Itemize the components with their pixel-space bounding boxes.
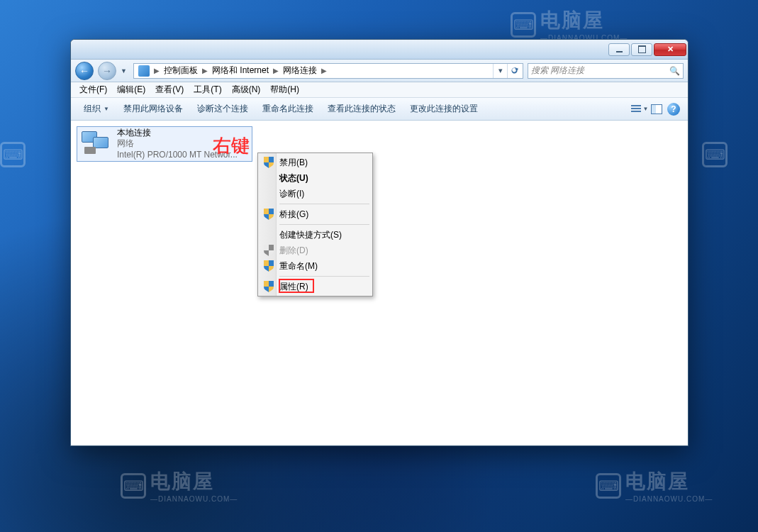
annotation-right-click: 右键: [213, 133, 250, 158]
command-bar: 组织 ▼ 禁用此网络设备 诊断这个连接 重命名此连接 查看此连接的状态 更改此连…: [71, 98, 688, 121]
shield-icon: [264, 157, 274, 168]
ctx-status[interactable]: 状态(U): [260, 170, 371, 186]
menu-advanced[interactable]: 高级(N): [228, 82, 265, 97]
preview-pane-button[interactable]: [650, 102, 664, 116]
ctx-create-shortcut[interactable]: 创建快捷方式(S): [260, 227, 371, 243]
menu-help[interactable]: 帮助(H): [266, 82, 303, 97]
refresh-button[interactable]: [507, 64, 521, 78]
ctx-properties[interactable]: 属性(R): [260, 279, 371, 294]
shield-icon: [264, 245, 274, 256]
view-options-button[interactable]: ▼: [632, 102, 647, 116]
menu-tools[interactable]: 工具(T): [189, 82, 225, 97]
network-adapter-icon: [80, 130, 113, 158]
ctx-delete: 删除(D): [260, 243, 371, 258]
menu-file[interactable]: 文件(F): [75, 82, 111, 97]
organize-button[interactable]: 组织 ▼: [77, 103, 116, 115]
help-icon: ?: [667, 103, 680, 116]
address-dropdown[interactable]: ▾: [493, 64, 507, 78]
breadcrumb-sep[interactable]: ▶: [201, 67, 209, 74]
title-bar[interactable]: [71, 40, 688, 60]
breadcrumb-item[interactable]: 控制面板: [161, 65, 201, 77]
nav-history-dropdown[interactable]: ▼: [121, 67, 129, 74]
toolbar-rename[interactable]: 重命名此连接: [255, 103, 321, 115]
shield-icon: [264, 281, 274, 292]
breadcrumb-sep[interactable]: ▶: [272, 67, 280, 74]
back-button[interactable]: ←: [75, 62, 94, 80]
ctx-bridge[interactable]: 桥接(G): [260, 206, 371, 222]
toolbar-diagnose[interactable]: 诊断这个连接: [190, 103, 255, 115]
maximize-button[interactable]: [631, 43, 652, 56]
breadcrumb-item[interactable]: 网络连接: [280, 65, 320, 77]
minimize-button[interactable]: [608, 43, 630, 56]
breadcrumb-sep[interactable]: ▶: [320, 67, 328, 74]
search-icon[interactable]: 🔍: [669, 66, 680, 76]
address-bar[interactable]: ▶ 控制面板 ▶ 网络和 Internet ▶ 网络连接 ▶ ▾: [133, 63, 523, 79]
search-input[interactable]: 搜索 网络连接 🔍: [528, 63, 684, 79]
ctx-rename[interactable]: 重命名(M): [260, 258, 371, 274]
ctx-divider: [279, 224, 369, 225]
ctx-diagnose[interactable]: 诊断(I): [260, 186, 371, 201]
ctx-divider: [279, 276, 369, 277]
breadcrumb-sep[interactable]: ▶: [152, 67, 161, 74]
shield-icon: [264, 209, 274, 220]
nav-bar: ← → ▼ ▶ 控制面板 ▶ 网络和 Internet ▶ 网络连接 ▶ ▾ 搜…: [71, 60, 688, 82]
explorer-window: ← → ▼ ▶ 控制面板 ▶ 网络和 Internet ▶ 网络连接 ▶ ▾ 搜…: [70, 39, 689, 446]
toolbar-disable-device[interactable]: 禁用此网络设备: [116, 103, 190, 115]
breadcrumb-item[interactable]: 网络和 Internet: [209, 65, 272, 77]
menu-bar: 文件(F) 编辑(E) 查看(V) 工具(T) 高级(N) 帮助(H): [71, 82, 688, 98]
toolbar-change-settings[interactable]: 更改此连接的设置: [403, 103, 485, 115]
ctx-disable[interactable]: 禁用(B): [260, 155, 371, 170]
help-button[interactable]: ?: [667, 102, 681, 116]
ctx-divider: [279, 204, 369, 204]
location-icon: [138, 65, 150, 77]
search-placeholder: 搜索 网络连接: [531, 65, 584, 77]
watermark-brand: 电脑屋: [540, 7, 628, 34]
shield-icon: [264, 260, 274, 272]
menu-edit[interactable]: 编辑(E): [113, 82, 150, 97]
close-button[interactable]: [654, 43, 686, 56]
menu-view[interactable]: 查看(V): [151, 82, 188, 97]
context-menu: 禁用(B) 状态(U) 诊断(I) 桥接(G) 创建快捷方式(S) 删除(D) …: [257, 153, 373, 297]
content-area[interactable]: 本地连接 网络 Intel(R) PRO/1000 MT Networ...: [71, 121, 688, 445]
forward-button[interactable]: →: [98, 62, 116, 80]
toolbar-view-status[interactable]: 查看此连接的状态: [321, 103, 403, 115]
